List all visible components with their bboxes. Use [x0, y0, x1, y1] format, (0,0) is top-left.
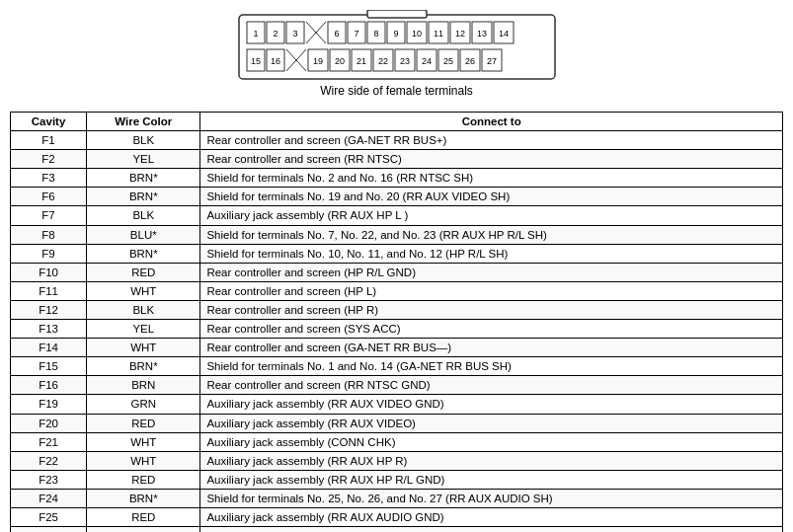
table-cell-11-2: Rear controller and screen (GA-NET RR BU…	[200, 339, 783, 357]
table-row: F6BRN*Shield for terminals No. 19 and No…	[11, 188, 783, 206]
table-cell-17-1: WHT	[87, 451, 200, 470]
table-cell-15-2: Auxiliary jack assembly (RR AUX VIDEO)	[200, 414, 783, 432]
svg-text:1: 1	[253, 29, 258, 38]
table-cell-19-0: F24	[11, 489, 87, 507]
table-cell-18-2: Auxiliary jack assembly (RR AUX HP R/L G…	[200, 470, 783, 489]
table-cell-15-0: F20	[11, 414, 87, 432]
table-cell-11-1: WHT	[87, 339, 200, 357]
table-cell-15-1: RED	[87, 414, 200, 432]
table-cell-6-2: Shield for terminals No. 10, No. 11, and…	[200, 244, 783, 263]
table-cell-8-2: Rear controller and screen (HP L)	[200, 281, 783, 300]
table-header-row: Cavity Wire Color Connect to	[11, 113, 783, 131]
svg-text:6: 6	[334, 29, 339, 38]
connector-diagram: 1 2 3 6 7 8 9 10 11	[10, 10, 783, 106]
table-cell-9-1: BLK	[87, 300, 200, 319]
table-row: F8BLU*Shield for terminals No. 7, No. 22…	[11, 225, 783, 244]
table-cell-1-0: F2	[11, 150, 87, 169]
connector-svg: 1 2 3 6 7 8 9 10 11	[229, 10, 565, 84]
table-row: F11WHTRear controller and screen (HP L)	[11, 281, 783, 300]
svg-text:19: 19	[312, 56, 322, 66]
table-cell-12-2: Shield for terminals No. 1 and No. 14 (G…	[200, 357, 783, 376]
table-cell-8-1: WHT	[87, 281, 200, 300]
table-cell-13-0: F16	[11, 376, 87, 395]
svg-text:12: 12	[454, 29, 464, 38]
table-cell-13-2: Rear controller and screen (RR NTSC GND)	[200, 376, 783, 395]
table-row: F7BLKAuxiliary jack assembly (RR AUX HP …	[11, 206, 783, 225]
table-cell-16-0: F21	[11, 432, 87, 451]
svg-text:21: 21	[356, 56, 365, 66]
table-cell-0-2: Rear controller and screen (GA-NET RR BU…	[200, 131, 783, 150]
table-cell-3-2: Shield for terminals No. 19 and No. 20 (…	[200, 188, 783, 206]
diagram-label: Wire side of female terminals	[320, 84, 473, 98]
table-cell-5-2: Shield for terminals No. 7, No. 22, and …	[200, 225, 783, 244]
table-cell-18-1: RED	[87, 470, 200, 489]
table-row: F26BLKAuxiliary jack assembly (RR AUX AU…	[11, 527, 783, 532]
svg-text:22: 22	[377, 56, 387, 66]
table-cell-21-0: F26	[11, 527, 87, 532]
svg-text:16: 16	[270, 56, 279, 66]
col-header-wire-color: Wire Color	[87, 113, 200, 131]
svg-text:3: 3	[292, 29, 297, 38]
table-cell-7-1: RED	[87, 263, 200, 281]
table-row: F14WHTRear controller and screen (GA-NET…	[11, 339, 783, 357]
svg-text:23: 23	[399, 56, 409, 66]
table-cell-2-0: F3	[11, 169, 87, 188]
table-row: F19GRNAuxiliary jack assembly (RR AUX VI…	[11, 395, 783, 414]
table-row: F25REDAuxiliary jack assembly (RR AUX AU…	[11, 507, 783, 526]
table-cell-10-0: F13	[11, 320, 87, 339]
table-cell-3-0: F6	[11, 188, 87, 206]
table-row: F2YELRear controller and screen (RR NTSC…	[11, 150, 783, 169]
svg-rect-1	[367, 10, 427, 18]
table-cell-3-1: BRN*	[87, 188, 200, 206]
svg-text:25: 25	[442, 56, 452, 66]
svg-text:7: 7	[354, 29, 358, 38]
table-row: F13YELRear controller and screen (SYS AC…	[11, 320, 783, 339]
svg-text:11: 11	[433, 29, 442, 38]
svg-text:8: 8	[373, 29, 378, 38]
svg-text:2: 2	[273, 29, 278, 38]
table-cell-20-1: RED	[87, 507, 200, 526]
table-cell-19-2: Shield for terminals No. 25, No. 26, and…	[200, 489, 783, 507]
table-cell-20-2: Auxiliary jack assembly (RR AUX AUDIO GN…	[200, 507, 783, 526]
table-cell-0-0: F1	[11, 131, 87, 150]
table-cell-9-0: F12	[11, 300, 87, 319]
table-cell-10-2: Rear controller and screen (SYS ACC)	[200, 320, 783, 339]
svg-text:26: 26	[464, 56, 474, 66]
svg-text:10: 10	[411, 29, 421, 38]
table-cell-6-1: BRN*	[87, 244, 200, 263]
table-cell-20-0: F25	[11, 507, 87, 526]
table-row: F1BLKRear controller and screen (GA-NET …	[11, 131, 783, 150]
svg-text:13: 13	[476, 29, 486, 38]
table-cell-0-1: BLK	[87, 131, 200, 150]
table-cell-9-2: Rear controller and screen (HP R)	[200, 300, 783, 319]
table-cell-4-1: BLK	[87, 206, 200, 225]
table-cell-12-0: F15	[11, 357, 87, 376]
table-cell-21-2: Auxiliary jack assembly (RR AUX AUDIO L)	[200, 527, 783, 532]
table-cell-17-2: Auxiliary jack assembly (RR AUX HP R)	[200, 451, 783, 470]
table-cell-11-0: F14	[11, 339, 87, 357]
table-cell-2-2: Shield for terminals No. 2 and No. 16 (R…	[200, 169, 783, 188]
table-row: F12BLKRear controller and screen (HP R)	[11, 300, 783, 319]
table-row: F3BRN*Shield for terminals No. 2 and No.…	[11, 169, 783, 188]
table-cell-5-0: F8	[11, 225, 87, 244]
table-cell-1-1: YEL	[87, 150, 200, 169]
svg-text:15: 15	[250, 56, 260, 66]
table-cell-14-1: GRN	[87, 395, 200, 414]
svg-text:14: 14	[498, 29, 508, 38]
table-cell-5-1: BLU*	[87, 225, 200, 244]
table-cell-8-0: F11	[11, 281, 87, 300]
col-header-cavity: Cavity	[11, 113, 87, 131]
table-row: F21WHTAuxiliary jack assembly (CONN CHK)	[11, 432, 783, 451]
table-cell-4-0: F7	[11, 206, 87, 225]
table-cell-18-0: F23	[11, 470, 87, 489]
table-row: F15BRN*Shield for terminals No. 1 and No…	[11, 357, 783, 376]
table-row: F16BRNRear controller and screen (RR NTS…	[11, 376, 783, 395]
svg-text:27: 27	[486, 56, 496, 66]
table-cell-2-1: BRN*	[87, 169, 200, 188]
table-row: F23REDAuxiliary jack assembly (RR AUX HP…	[11, 470, 783, 489]
table-cell-12-1: BRN*	[87, 357, 200, 376]
svg-text:24: 24	[421, 56, 431, 66]
table-cell-7-2: Rear controller and screen (HP R/L GND)	[200, 263, 783, 281]
table-row: F10REDRear controller and screen (HP R/L…	[11, 263, 783, 281]
wiring-table: Cavity Wire Color Connect to F1BLKRear c…	[10, 112, 783, 532]
